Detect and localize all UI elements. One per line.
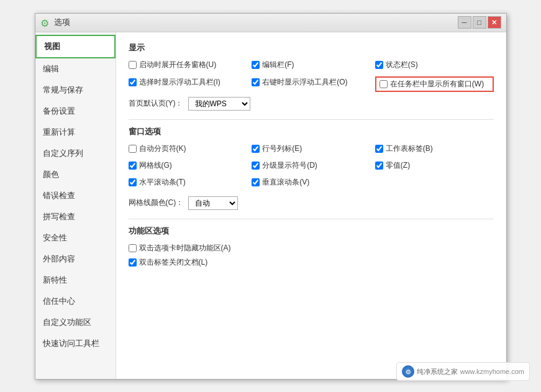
window-options-title: 窗口选项 — [129, 126, 494, 137]
checkbox-edit-bar-input[interactable] — [252, 61, 260, 69]
checkbox-show-floating-toolbar: 选择时显示浮动工具栏(I) — [129, 77, 247, 88]
checkbox-right-click-floating: 右键时显示浮动工具栏(O) — [252, 77, 370, 88]
title-bar-left: ⚙ 选项 — [40, 17, 70, 28]
divider-2 — [129, 219, 494, 219]
minimize-button[interactable]: ─ — [458, 16, 471, 29]
maximize-button[interactable]: □ — [473, 16, 486, 29]
sidebar-item-custom_seq[interactable]: 自定义序列 — [35, 143, 116, 164]
checkbox-status-bar-input[interactable] — [375, 61, 383, 69]
sidebar-item-quick_access[interactable]: 快速访问工具栏 — [35, 333, 116, 354]
cb-grid-lines[interactable] — [129, 162, 137, 170]
sidebar-item-new_feature[interactable]: 新特性 — [35, 270, 116, 291]
checkbox-show-all-windows-label: 在任务栏中显示所有窗口(W) — [390, 79, 484, 89]
checkbox-vertical-scrollbar: 垂直滚动条(V) — [252, 177, 370, 188]
watermark-text: 纯净系统之家 — [417, 367, 458, 376]
sidebar-item-recalc[interactable]: 重新计算 — [35, 122, 116, 143]
default-page-row: 首页默认页(Y)： 我的WPS — [129, 97, 494, 111]
checkbox-right-click-floating-input[interactable] — [252, 78, 260, 86]
window-title: 选项 — [54, 17, 70, 28]
checkbox-edit-bar-label: 编辑栏(F) — [262, 60, 294, 70]
sidebar-item-security[interactable]: 安全性 — [35, 227, 116, 248]
content-area: 视图编辑常规与保存备份设置重新计算自定义序列颜色错误检查拼写检查安全性外部内容新… — [35, 32, 506, 379]
grid-color-label: 网格线颜色(C)： — [129, 198, 184, 208]
grid-color-select[interactable]: 自动 — [188, 196, 238, 210]
main-panel: 显示 启动时展开任务窗格(U) 编辑栏(F) — [116, 32, 506, 379]
cb-close-doc-tab[interactable] — [129, 258, 137, 267]
sidebar: 视图编辑常规与保存备份设置重新计算自定义序列颜色错误检查拼写检查安全性外部内容新… — [35, 32, 116, 379]
checkbox-auto-open-taskpane-label: 启动时展开任务窗格(U) — [139, 60, 217, 70]
checkbox-close-doc-tab: 双击标签关闭文档(L) — [129, 257, 494, 268]
checkbox-edit-bar: 编辑栏(F) — [252, 60, 370, 70]
function-area-title: 功能区选项 — [129, 226, 494, 237]
checkbox-hide-func-area: 双击选项卡时隐藏功能区(A) — [129, 243, 494, 253]
divider-1 — [129, 119, 494, 120]
sidebar-item-general[interactable]: 常规与保存 — [35, 80, 116, 101]
default-page-label: 首页默认页(Y)： — [129, 98, 183, 109]
sidebar-item-backup[interactable]: 备份设置 — [35, 101, 116, 122]
checkbox-right-click-floating-label: 右键时显示浮动工具栏(O) — [262, 77, 347, 88]
sidebar-item-custom_func[interactable]: 自定义功能区 — [35, 312, 116, 333]
close-button[interactable]: ✕ — [488, 16, 501, 29]
sidebar-item-spell_check[interactable]: 拼写检查 — [35, 206, 116, 227]
checkbox-status-bar: 状态栏(S) — [375, 60, 494, 70]
cb-vertical-scrollbar[interactable] — [252, 178, 260, 186]
cb-auto-page-break[interactable] — [129, 145, 137, 153]
sidebar-item-external[interactable]: 外部内容 — [35, 248, 116, 270]
grid-color-row: 网格线颜色(C)： 自动 — [129, 196, 494, 210]
display-section-title: 显示 — [129, 42, 494, 53]
sidebar-item-error_check[interactable]: 错误检查 — [35, 185, 116, 206]
cb-zero-value[interactable] — [375, 162, 383, 170]
checkbox-show-floating-toolbar-label: 选择时显示浮动工具栏(I) — [139, 77, 220, 88]
checkbox-show-floating-toolbar-input[interactable] — [129, 78, 137, 86]
watermark: ⊙ 纯净系统之家 www.kzmyhome.com — [396, 362, 530, 381]
watermark-url: www.kzmyhome.com — [460, 368, 524, 375]
display-section: 显示 启动时展开任务窗格(U) 编辑栏(F) — [129, 42, 494, 111]
checkbox-worksheet-tab: 工作表标签(B) — [375, 144, 494, 154]
sidebar-item-view[interactable]: 视图 — [35, 35, 116, 58]
checkbox-show-all-windows-highlighted: 在任务栏中显示所有窗口(W) — [375, 76, 494, 92]
sidebar-item-trust_center[interactable]: 信任中心 — [35, 291, 116, 312]
checkbox-zero-value: 零值(Z) — [375, 160, 494, 171]
checkbox-show-all-windows-input[interactable] — [380, 80, 388, 88]
cb-level-symbol[interactable] — [252, 162, 260, 170]
checkbox-auto-open-taskpane-input[interactable] — [129, 61, 137, 69]
options-window: ⚙ 选项 ─ □ ✕ 视图编辑常规与保存备份设置重新计算自定义序列颜色错误检查拼… — [35, 13, 507, 380]
title-controls: ─ □ ✕ — [458, 16, 501, 29]
default-page-select[interactable]: 我的WPS — [188, 97, 250, 111]
checkbox-auto-open-taskpane: 启动时展开任务窗格(U) — [129, 60, 247, 70]
cb-row-col-header[interactable] — [252, 145, 260, 153]
window-options-section: 窗口选项 自动分页符(K) 行号列标(E) 工作表标签(B) — [129, 126, 494, 210]
sidebar-item-edit[interactable]: 编辑 — [35, 58, 116, 80]
sidebar-item-color[interactable]: 颜色 — [35, 164, 116, 185]
checkbox-grid-lines: 网格线(G) — [129, 160, 247, 171]
checkbox-level-symbol: 分级显示符号(D) — [252, 160, 370, 171]
checkbox-status-bar-label: 状态栏(S) — [386, 60, 418, 70]
cb-horizontal-scrollbar[interactable] — [129, 178, 137, 186]
title-bar: ⚙ 选项 ─ □ ✕ — [35, 14, 506, 32]
watermark-icon: ⊙ — [402, 365, 414, 378]
function-area-section: 功能区选项 双击选项卡时隐藏功能区(A) 双击标签关闭文档(L) — [129, 226, 494, 268]
cb-hide-func-area[interactable] — [129, 244, 137, 252]
window-icon: ⚙ — [40, 17, 50, 27]
checkbox-auto-page-break: 自动分页符(K) — [129, 144, 247, 154]
checkbox-row-col-header: 行号列标(E) — [252, 144, 370, 154]
checkbox-horizontal-scrollbar: 水平滚动条(T) — [129, 177, 247, 188]
cb-worksheet-tab[interactable] — [375, 145, 383, 153]
